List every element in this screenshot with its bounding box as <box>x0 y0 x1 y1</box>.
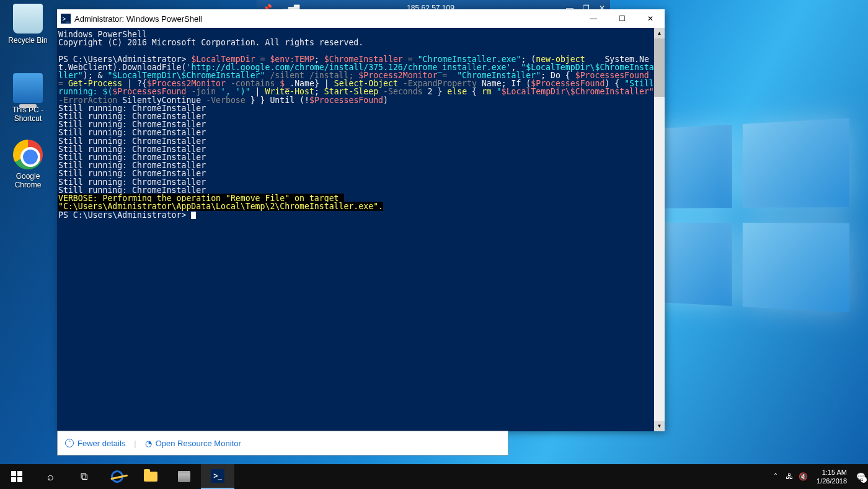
desktop-icon-label: This PC - Shortcut <box>5 105 51 123</box>
fewer-details-link[interactable]: ˄ Fewer details <box>65 439 125 448</box>
clock-time: 1:15 AM <box>817 468 847 477</box>
open-resource-monitor-link[interactable]: ◔ Open Resource Monitor <box>145 439 241 448</box>
wallpaper-windows-logo <box>639 118 857 316</box>
ie-icon <box>110 469 125 484</box>
clock[interactable]: 1:15 AM 1/26/2018 <box>812 468 852 485</box>
chrome-icon <box>13 140 43 169</box>
desktop-icon-recycle-bin[interactable]: Recycle Bin <box>5 4 51 45</box>
powershell-titlebar[interactable]: >_ Administrator: Windows PowerShell — ☐… <box>57 9 665 28</box>
scrollbar[interactable]: ▲ ▼ <box>654 28 665 431</box>
scroll-up-button[interactable]: ▲ <box>654 28 665 38</box>
this-pc-icon <box>13 73 43 103</box>
volume-muted-icon[interactable]: 🔇 <box>798 472 808 482</box>
start-button[interactable] <box>0 464 33 489</box>
search-button[interactable]: ⌕ <box>33 464 67 489</box>
maximize-button[interactable]: ☐ <box>608 9 636 28</box>
recycle-bin-icon <box>13 4 43 34</box>
desktop-icon-google-chrome[interactable]: Google Chrome <box>5 140 51 189</box>
server-manager-icon <box>178 471 190 482</box>
desktop-icon-label: Google Chrome <box>5 172 51 189</box>
taskbar-file-explorer[interactable] <box>134 464 167 489</box>
powershell-title: Administrator: Windows PowerShell <box>74 14 579 24</box>
taskbar-server-manager[interactable] <box>167 464 201 489</box>
task-view-button[interactable]: ⧉ <box>67 464 100 489</box>
close-button[interactable]: ✕ <box>636 9 665 28</box>
tray-chevron-up-icon[interactable]: ˄ <box>771 472 781 482</box>
resource-monitor-icon: ◔ <box>145 439 152 448</box>
search-icon: ⌕ <box>47 470 54 483</box>
taskbar-powershell[interactable]: >_ <box>201 464 234 489</box>
cursor <box>191 212 196 219</box>
powershell-icon: >_ <box>211 469 224 483</box>
desktop-icon-label: Recycle Bin <box>5 36 51 45</box>
network-icon[interactable]: 🖧 <box>784 472 794 482</box>
desktop-icon-this-pc[interactable]: This PC - Shortcut <box>5 73 51 123</box>
minimize-button[interactable]: — <box>579 9 608 28</box>
powershell-icon: >_ <box>61 14 71 24</box>
taskbar-internet-explorer[interactable] <box>100 464 134 489</box>
scroll-down-button[interactable]: ▼ <box>654 421 665 431</box>
scroll-thumb[interactable] <box>654 38 665 97</box>
clock-date: 1/26/2018 <box>817 477 847 485</box>
action-center-icon[interactable]: 💬1 <box>856 472 866 482</box>
system-tray: ˄ 🖧 🔇 1:15 AM 1/26/2018 💬1 <box>771 464 868 489</box>
taskbar: ⌕ ⧉ >_ ˄ 🖧 🔇 1:15 AM 1/26/2018 💬1 <box>0 464 868 489</box>
powershell-window: >_ Administrator: Windows PowerShell — ☐… <box>57 9 665 431</box>
task-manager-footer: ˄ Fewer details | ◔ Open Resource Monito… <box>57 431 508 455</box>
task-view-icon: ⧉ <box>81 471 87 482</box>
folder-icon <box>144 472 157 482</box>
chevron-up-icon: ˄ <box>65 439 74 447</box>
powershell-console[interactable]: Windows PowerShell Copyright (C) 2016 Mi… <box>57 28 654 431</box>
